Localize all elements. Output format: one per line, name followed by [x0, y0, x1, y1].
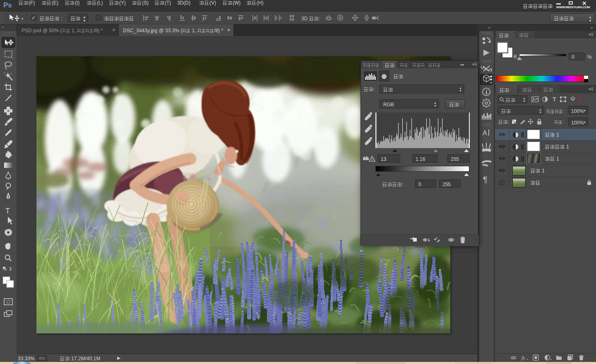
svg-text:¶: ¶: [483, 175, 488, 184]
svg-text:T: T: [5, 207, 10, 215]
svg-text:A: A: [483, 129, 487, 136]
svg-text:fx: fx: [522, 355, 525, 361]
svg-text:T: T: [553, 96, 556, 103]
